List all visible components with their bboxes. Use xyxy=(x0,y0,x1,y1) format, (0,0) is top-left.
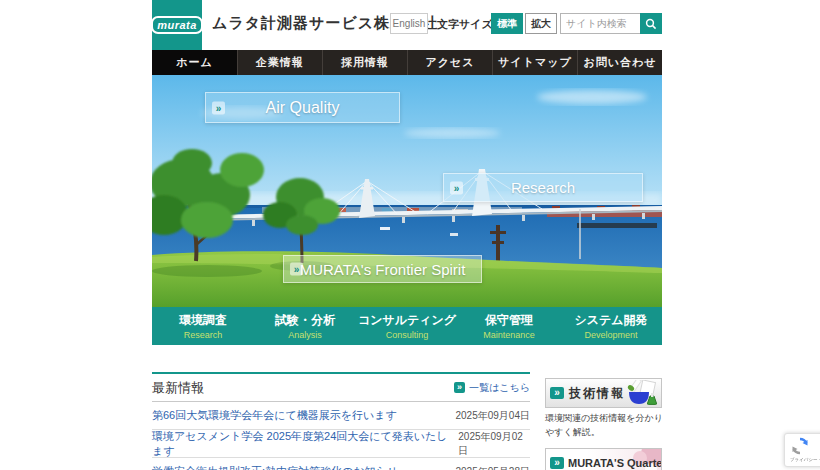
murata-logo-text: murata xyxy=(151,16,203,34)
nav-item-contact[interactable]: お問い合わせ xyxy=(577,50,662,75)
tech-info-banner[interactable]: » 技術情報 xyxy=(545,378,662,408)
news-more-text: 一覧はこちら xyxy=(469,381,530,395)
news-item-link[interactable]: 第66回大気環境学会年会にて機器展示を行います xyxy=(152,408,397,423)
lab-equipment-icon xyxy=(625,380,659,408)
murata-logo[interactable]: murata xyxy=(152,0,202,50)
recaptcha-terms-text: プライバシー・利用規約 xyxy=(790,456,820,461)
hero-label-research[interactable]: » Research xyxy=(443,173,643,202)
hero-banner: » Air Quality » Research » MURATA's Fron… xyxy=(152,75,662,307)
chevron-right-icon: » xyxy=(550,387,564,399)
news-item-link[interactable]: 労働安全衛生規則改正:熱中症対策強化のお知らせ xyxy=(152,464,398,470)
news-section: 最新情報 » 一覧はこちら 第66回大気環境学会年会にて機器展示を行います 20… xyxy=(152,372,530,470)
quarterly-banner[interactable]: » MURATA'S Quarterly xyxy=(545,448,662,470)
recaptcha-badge[interactable]: プライバシー・利用規約 xyxy=(784,433,820,467)
search-input[interactable] xyxy=(560,13,640,34)
news-title: 最新情報 xyxy=(152,379,204,397)
news-item-link[interactable]: 環境アセスメント学会 2025年度第24回大会にて発表いたします xyxy=(152,429,458,459)
service-jp-label: システム開発 xyxy=(560,312,662,329)
font-standard-button[interactable]: 標準 xyxy=(491,13,523,34)
news-row: 環境アセスメント学会 2025年度第24回大会にて発表いたします 2025年09… xyxy=(152,430,530,458)
hero-label-text: Air Quality xyxy=(266,99,340,117)
hero-label-frontier-spirit[interactable]: » MURATA's Frontier Spirit xyxy=(283,255,482,283)
news-item-date: 2025年05月28日 xyxy=(456,465,531,470)
service-navigation: 環境調査 Research 試験・分析 Analysis コンサルティング Co… xyxy=(152,307,662,345)
chevron-right-icon: » xyxy=(550,457,564,469)
chevron-right-icon: » xyxy=(290,263,303,276)
service-en-label: Research xyxy=(152,330,254,340)
service-jp-label: コンサルティング xyxy=(356,312,458,329)
news-item-date: 2025年09月02日 xyxy=(458,430,530,458)
hero-label-text: Research xyxy=(511,179,575,196)
font-large-button[interactable]: 拡大 xyxy=(525,13,557,34)
news-row: 第66回大気環境学会年会にて機器展示を行います 2025年09月04日 xyxy=(152,402,530,430)
service-en-label: Maintenance xyxy=(458,330,560,340)
nav-item-home[interactable]: ホーム xyxy=(152,50,237,75)
site-search xyxy=(560,13,662,34)
nav-item-recruit[interactable]: 採用情報 xyxy=(322,50,407,75)
search-button[interactable] xyxy=(640,13,662,34)
font-size-label: 文字サイズ xyxy=(437,17,493,32)
quarterly-banner-text: MURATA'S Quarterly xyxy=(568,457,662,469)
service-item-maintenance[interactable]: 保守管理 Maintenance xyxy=(458,307,560,345)
news-more-link[interactable]: » 一覧はこちら xyxy=(454,381,530,395)
nav-item-access[interactable]: アクセス xyxy=(407,50,492,75)
service-item-development[interactable]: システム開発 Development xyxy=(560,307,662,345)
service-item-research[interactable]: 環境調査 Research xyxy=(152,307,254,345)
chevron-right-icon: » xyxy=(212,101,225,114)
nav-item-sitemap[interactable]: サイトマップ xyxy=(492,50,577,75)
service-jp-label: 保守管理 xyxy=(458,312,560,329)
service-item-consulting[interactable]: コンサルティング Consulting xyxy=(356,307,458,345)
service-en-label: Development xyxy=(560,330,662,340)
news-item-date: 2025年09月04日 xyxy=(456,409,531,423)
nav-item-corporate[interactable]: 企業情報 xyxy=(237,50,322,75)
service-en-label: Consulting xyxy=(356,330,458,340)
recaptcha-icon xyxy=(790,436,810,456)
chevron-right-icon: » xyxy=(450,181,463,194)
tech-info-banner-text: 技術情報 xyxy=(569,385,625,402)
service-jp-label: 環境調査 xyxy=(152,312,254,329)
hero-label-text: MURATA's Frontier Spirit xyxy=(300,261,466,278)
tech-info-description: 環境関連の技術情報を分かりやすく解説。 xyxy=(545,411,664,439)
hero-label-air-quality[interactable]: » Air Quality xyxy=(205,92,400,123)
search-icon xyxy=(645,18,657,30)
main-navigation: ホーム 企業情報 採用情報 アクセス サイトマップ お問い合わせ xyxy=(152,50,662,75)
service-en-label: Analysis xyxy=(254,330,356,340)
service-jp-label: 試験・分析 xyxy=(254,312,356,329)
news-row: 労働安全衛生規則改正:熱中症対策強化のお知らせ 2025年05月28日 xyxy=(152,458,530,470)
service-item-analysis[interactable]: 試験・分析 Analysis xyxy=(254,307,356,345)
chevron-right-icon: » xyxy=(454,382,465,393)
english-button[interactable]: English xyxy=(390,13,428,34)
